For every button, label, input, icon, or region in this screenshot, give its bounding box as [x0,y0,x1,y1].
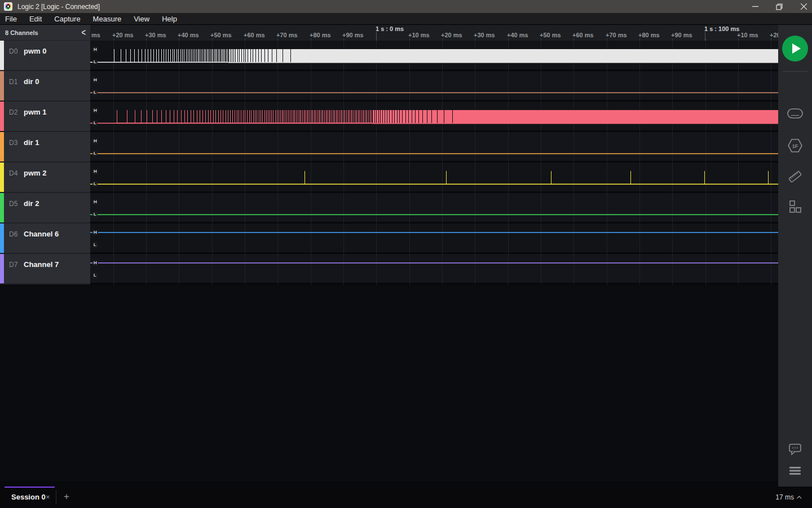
channels-header: 8 Channels < [0,25,90,41]
level-label-high: H [92,108,98,113]
device-icon[interactable] [787,107,804,120]
channel-id: D2 [9,108,17,116]
level-label-high: H [92,260,98,266]
close-button[interactable] [795,0,812,13]
ruler-label: +10 ms [737,32,758,38]
session-tab[interactable]: Session 0 × [0,487,56,508]
ruler-label: +30 ms [474,32,495,38]
ruler-label: +90 ms [671,32,692,38]
channel-row-d3[interactable]: D3dir 1 [0,132,90,163]
level-label-high: H [92,47,98,52]
channel-id: D4 [9,169,17,177]
ruler-label: +40 ms [178,32,199,38]
channel-row-d2[interactable]: D2pwm 1 [0,102,90,132]
level-label-high: H [92,138,98,144]
ruler-major-tick [705,32,705,41]
channel-row-d0[interactable]: D0pwm 0 [0,41,90,71]
channel-id: D7 [9,261,17,269]
minimize-button[interactable] [747,0,764,13]
ruler-label: +80 ms [638,32,660,38]
menu-item-help[interactable]: Help [156,13,183,25]
ruler-major-label: 1 s : 100 ms [704,25,739,32]
ruler-label: +30 ms [145,32,166,38]
channel-name[interactable]: pwm 2 [24,169,46,177]
channel-row-d5[interactable]: D5dir 2 [0,193,90,224]
timing-display[interactable]: 17 ms [775,493,801,501]
channel-name[interactable]: dir 0 [24,77,39,86]
menu-item-view[interactable]: View [127,13,156,25]
level-label-low: L [92,181,98,187]
ruler-major-label: 1 s : 0 ms [376,25,404,32]
menu-item-file[interactable]: File [0,13,23,25]
channel-color-bar [0,132,4,161]
channel-list: D0pwm 0D1dir 0D2pwm 1D3dir 1D4pwm 2D5dir… [0,41,90,284]
menu-item-measure[interactable]: Measure [87,13,128,25]
level-label-high: H [92,230,98,235]
channel-color-bar [0,224,4,253]
collapse-sidebar-icon[interactable]: < [81,27,86,38]
play-capture-button[interactable] [782,36,808,62]
play-icon [792,43,801,54]
ruler-label: +80 ms [310,32,331,38]
restore-button[interactable] [771,0,788,13]
channel-name[interactable]: dir 2 [24,199,39,208]
channel-row-d4[interactable]: D4pwm 2 [0,163,90,193]
channel-name[interactable]: dir 1 [24,138,39,147]
add-session-button[interactable]: + [60,491,73,502]
level-label-low: L [92,212,98,217]
level-label-high: H [92,199,98,205]
session-tab-close-icon[interactable]: × [46,493,50,501]
annotations-icon[interactable] [788,443,802,456]
ruler-label: +60 ms [572,32,594,38]
channel-name[interactable]: Channel 6 [24,230,59,238]
ruler-label: ms [91,32,100,38]
channel-id: D3 [9,139,17,147]
ruler-label: +70 ms [276,32,298,38]
ruler-label: +20 ms [112,32,134,38]
level-label-low: L [92,273,98,278]
measure-ruler-icon[interactable] [787,169,803,185]
channel-color-bar [0,71,4,100]
tab-divider [56,490,56,505]
ruler-label: +90 ms [342,32,364,38]
channels-count-label: 8 Channels [5,29,38,36]
waveform-canvas[interactable] [90,41,778,284]
channel-name[interactable]: pwm 1 [24,108,46,116]
window-title: Logic 2 [Logic - Connected] [17,3,100,11]
ruler-label: +40 ms [507,32,528,38]
menu-item-edit[interactable]: Edit [23,13,48,25]
horizontal-scrollbar[interactable] [0,481,778,487]
chevron-up-icon [797,496,801,500]
waveform-area[interactable]: HLHLHLHLHLHLHLHL [90,41,778,284]
level-label-low: L [92,120,98,126]
channel-id: D6 [9,230,17,238]
channel-id: D1 [9,78,17,86]
channel-name[interactable]: pwm 0 [24,47,46,55]
ruler-label: +50 ms [210,32,232,38]
channel-name[interactable]: Channel 7 [24,260,59,269]
menu-item-capture[interactable]: Capture [48,13,86,25]
ruler-major-tick [376,32,377,41]
title-bar: Logic 2 [Logic - Connected] [0,0,812,13]
channel-row-d1[interactable]: D1dir 0 [0,71,90,102]
protocol-analyzer-icon[interactable]: 1F [787,138,804,154]
right-toolbar: 1F [778,25,812,487]
svg-text:1F: 1F [792,143,798,149]
level-label-low: L [92,151,98,156]
extensions-icon[interactable] [788,200,802,214]
channel-row-d7[interactable]: D7Channel 7 [0,254,90,284]
bottom-bar: Session 0 × + 17 ms [0,487,812,508]
ruler-label: +70 ms [606,32,627,38]
channel-color-bar [0,163,4,192]
time-ruler[interactable]: ms+20 ms+30 ms+40 ms+50 ms+60 ms+70 ms+8… [90,25,778,41]
more-menu-icon[interactable] [788,465,802,476]
ruler-label: +20 [770,32,778,38]
level-label-low: L [92,59,98,65]
channel-id: D5 [9,200,17,208]
channel-color-bar [0,41,4,70]
ruler-label: +60 ms [244,32,265,38]
channel-color-bar [0,102,4,131]
channel-row-d6[interactable]: D6Channel 6 [0,224,90,254]
ruler-label: +20 ms [441,32,462,38]
channel-color-bar [0,254,4,283]
